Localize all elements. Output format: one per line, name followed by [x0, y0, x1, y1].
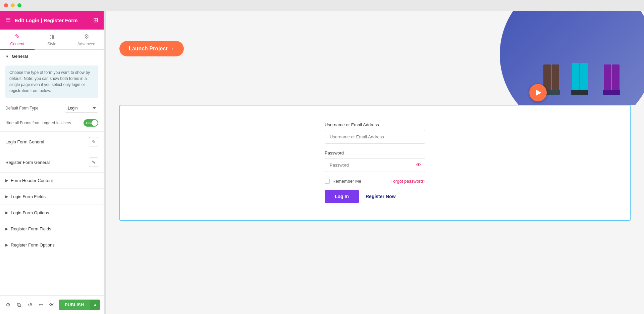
svg-rect-4 — [572, 63, 579, 91]
divider-8 — [0, 253, 104, 253]
form-header-chevron-icon: ▶ — [5, 178, 8, 183]
svg-rect-6 — [571, 90, 580, 95]
login-form-fields-label: Login Form Fields — [11, 194, 46, 199]
style-tab-label: Style — [47, 42, 56, 46]
responsive-icon-btn[interactable]: ▭ — [37, 300, 45, 310]
illustration-svg — [500, 11, 644, 105]
remember-me-wrap: Remember Me — [325, 179, 361, 184]
general-section-header[interactable]: ▼ General — [0, 50, 104, 63]
sidebar: ☰ Edit Login | Register Form ⊞ ✎ Content… — [0, 11, 104, 314]
play-button[interactable] — [529, 84, 547, 101]
divider-1 — [0, 131, 104, 132]
login-form-fields-row[interactable]: ▶ Login Form Fields — [0, 190, 104, 203]
publish-btn-wrap: PUBLISH ▲ — [59, 300, 100, 310]
divider-4 — [0, 188, 104, 189]
blue-circle — [500, 11, 644, 105]
svg-rect-5 — [580, 63, 588, 91]
canvas-area: Launch Project → — [106, 11, 644, 314]
divider-6 — [0, 221, 104, 221]
login-form-general-row[interactable]: Login Form General ✎ — [0, 133, 104, 150]
svg-rect-9 — [612, 64, 620, 91]
login-form-options-label: Login Form Options — [11, 210, 49, 215]
hamburger-icon[interactable]: ☰ — [5, 16, 11, 24]
remember-me-checkbox[interactable] — [325, 179, 330, 184]
login-form-general-label: Login Form General — [5, 139, 44, 144]
history-icon-btn[interactable]: ↺ — [26, 300, 34, 310]
username-input-wrap — [325, 130, 425, 144]
advanced-tab-icon: ⚙ — [84, 33, 89, 40]
canvas-content: Launch Project → — [106, 11, 644, 314]
eye-icon-btn[interactable]: 👁 — [48, 300, 56, 310]
publish-dropdown-button[interactable]: ▲ — [90, 300, 100, 310]
publish-button[interactable]: PUBLISH — [59, 300, 90, 310]
default-form-type-select[interactable]: Login Register — [65, 104, 98, 113]
canvas-top-section: Launch Project → — [106, 11, 644, 105]
divider-7 — [0, 237, 104, 237]
svg-rect-10 — [603, 90, 612, 95]
toggle-yes-label: YES — [86, 121, 92, 125]
sidebar-tabs: ✎ Content ◑ Style ⚙ Advanced — [0, 30, 104, 50]
register-options-chevron-icon: ▶ — [5, 243, 8, 247]
form-buttons-row: Log In Register Now — [325, 190, 425, 203]
login-form-section: Username or Email Address Password 👁 — [119, 105, 631, 221]
illustration-wrap — [476, 11, 644, 105]
password-label: Password — [325, 150, 425, 155]
divider-5 — [0, 205, 104, 205]
sidebar-title: Edit Login | Register Form — [15, 17, 89, 23]
settings-icon-btn[interactable]: ⚙ — [4, 300, 12, 310]
register-form-options-row[interactable]: ▶ Register Form Options — [0, 238, 104, 252]
eye-toggle-icon[interactable]: 👁 — [416, 162, 421, 168]
form-header-content-label: Form Header Content — [11, 178, 53, 183]
toggle-knob — [92, 120, 98, 126]
form-header-content-row[interactable]: ▶ Form Header Content — [0, 174, 104, 187]
content-tab-label: Content — [10, 42, 24, 46]
minimize-button[interactable] — [11, 3, 15, 7]
username-input[interactable] — [325, 130, 425, 144]
sidebar-header: ☰ Edit Login | Register Form ⊞ — [0, 11, 104, 30]
login-form: Username or Email Address Password 👁 — [325, 122, 425, 203]
register-form-general-label: Register Form General — [5, 160, 50, 165]
svg-rect-7 — [580, 90, 588, 95]
launch-project-label: Launch Project → — [129, 46, 174, 52]
svg-rect-8 — [604, 64, 611, 91]
register-form-fields-label: Register Form Fields — [11, 226, 51, 231]
general-info-box: Choose the type of form you want to show… — [5, 65, 98, 98]
hide-logged-in-label: Hide all Forms from Logged-in Users — [5, 121, 79, 125]
tab-style[interactable]: ◑ Style — [35, 30, 69, 49]
login-fields-chevron-icon: ▶ — [5, 194, 8, 199]
tab-content[interactable]: ✎ Content — [0, 30, 35, 49]
password-input-wrap: 👁 — [325, 158, 425, 172]
tab-advanced[interactable]: ⚙ Advanced — [69, 30, 104, 49]
os-title-bar — [0, 0, 644, 11]
sidebar-bottom-toolbar: ⚙ ⧉ ↺ ▭ 👁 PUBLISH ▲ — [0, 295, 104, 314]
layers-icon-btn[interactable]: ⧉ — [15, 300, 23, 310]
advanced-tab-label: Advanced — [77, 42, 95, 46]
content-tab-icon: ✎ — [15, 33, 20, 40]
svg-rect-11 — [611, 90, 620, 95]
register-fields-chevron-icon: ▶ — [5, 227, 8, 231]
launch-project-button[interactable]: Launch Project → — [119, 41, 184, 56]
register-form-fields-row[interactable]: ▶ Register Form Fields — [0, 222, 104, 235]
login-button[interactable]: Log In — [325, 190, 359, 203]
remember-me-label: Remember Me — [332, 179, 361, 184]
register-form-general-row[interactable]: Register Form General ✎ — [0, 153, 104, 171]
register-now-link[interactable]: Register Now — [366, 194, 395, 199]
register-form-general-edit-button[interactable]: ✎ — [89, 158, 98, 167]
general-info-text: Choose the type of form you want to show… — [9, 70, 90, 93]
svg-rect-1 — [552, 64, 559, 91]
register-form-options-label: Register Form Options — [11, 242, 55, 248]
maximize-button[interactable] — [17, 3, 21, 7]
username-label: Username or Email Address — [325, 122, 425, 127]
hide-logged-in-toggle[interactable]: YES — [84, 119, 98, 127]
close-button[interactable] — [4, 3, 8, 7]
forgot-password-link[interactable]: Forgot password? — [390, 179, 425, 184]
default-form-type-label: Default Form Type — [5, 106, 61, 110]
remember-forgot-row: Remember Me Forgot password? — [325, 179, 425, 184]
password-input[interactable] — [325, 158, 425, 172]
sidebar-content: ▼ General Choose the type of form you wa… — [0, 50, 104, 314]
grid-icon[interactable]: ⊞ — [93, 16, 98, 24]
hide-logged-in-row: Hide all Forms from Logged-in Users YES — [0, 116, 104, 130]
login-options-chevron-icon: ▶ — [5, 211, 8, 215]
login-form-options-row[interactable]: ▶ Login Form Options — [0, 206, 104, 219]
login-form-general-edit-button[interactable]: ✎ — [89, 137, 98, 146]
